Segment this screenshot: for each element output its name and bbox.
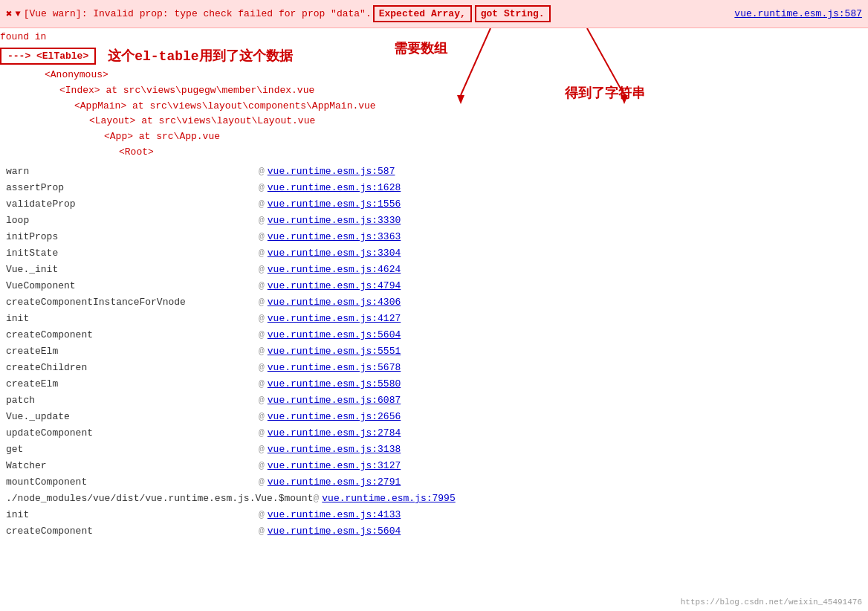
stack-function-name: Vue._update bbox=[6, 411, 259, 422]
need-array-label: 需要数组 bbox=[394, 39, 447, 57]
stack-file-link[interactable]: vue.runtime.esm.js:3304 bbox=[268, 248, 401, 259]
stack-file-link[interactable]: vue.runtime.esm.js:2791 bbox=[268, 476, 401, 488]
stack-at-symbol: @ bbox=[259, 509, 265, 520]
el-table-line: ---> <ElTable> 这个el-table用到了这个数据 需要数组 得到… bbox=[0, 47, 868, 65]
got-string-label: 得到了字符串 bbox=[565, 84, 645, 102]
error-icon: ✖ bbox=[6, 7, 12, 20]
stack-row: validateProp@vue.runtime.esm.js:1556 bbox=[0, 196, 868, 213]
stack-file-link[interactable]: vue.runtime.esm.js:5604 bbox=[268, 329, 401, 340]
stack-at-symbol: @ bbox=[259, 264, 265, 275]
stack-at-symbol: @ bbox=[259, 198, 265, 210]
stack-file-link[interactable]: vue.runtime.esm.js:3330 bbox=[268, 215, 401, 226]
stack-at-symbol: @ bbox=[259, 460, 265, 471]
stack-at-symbol: @ bbox=[259, 231, 265, 242]
stack-at-symbol: @ bbox=[259, 313, 265, 324]
stack-function-name: validateProp bbox=[6, 198, 259, 210]
error-message-text: [Vue warn]: Invalid prop: type check fai… bbox=[24, 8, 372, 19]
stack-row: warn@vue.runtime.esm.js:587 bbox=[0, 164, 868, 180]
stack-function-name: initProps bbox=[6, 231, 259, 242]
stack-at-symbol: @ bbox=[259, 215, 265, 226]
stack-function-name: createComponent bbox=[6, 526, 259, 537]
got-string-badge: got String. bbox=[475, 5, 551, 22]
stack-function-name: warn bbox=[6, 166, 259, 177]
stack-function-name: Vue._init bbox=[6, 264, 259, 275]
stack-file-link[interactable]: vue.runtime.esm.js:3127 bbox=[268, 460, 401, 471]
error-bar: ✖ ▼ [Vue warn]: Invalid prop: type check… bbox=[0, 0, 868, 28]
stack-file-link[interactable]: vue.runtime.esm.js:4306 bbox=[268, 297, 401, 308]
stack-function-name: updateComponent bbox=[6, 427, 259, 439]
stack-at-symbol: @ bbox=[259, 427, 265, 439]
stack-function-name: patch bbox=[6, 395, 259, 406]
el-table-annotation: 这个el-table用到了这个数据 bbox=[108, 47, 292, 65]
stack-row: createComponent@vue.runtime.esm.js:5604 bbox=[0, 327, 868, 343]
stack-file-link[interactable]: vue.runtime.esm.js:1628 bbox=[268, 182, 401, 193]
page-wrapper: ✖ ▼ [Vue warn]: Invalid prop: type check… bbox=[0, 0, 868, 543]
stack-at-symbol: @ bbox=[259, 248, 265, 259]
stack-file-link[interactable]: vue.runtime.esm.js:4127 bbox=[268, 313, 401, 324]
stack-row: Watcher@vue.runtime.esm.js:3127 bbox=[0, 458, 868, 474]
el-table-box: ---> <ElTable> bbox=[0, 48, 96, 65]
expected-array-badge: Expected Array, bbox=[373, 5, 472, 22]
stack-function-name: createElm bbox=[6, 378, 259, 389]
stack-row: initProps@vue.runtime.esm.js:3363 bbox=[0, 229, 868, 245]
file-link-top[interactable]: vue.runtime.esm.js:587 bbox=[734, 8, 862, 19]
top-section: found in ---> <ElTable> 这个el-table用到了这个数… bbox=[0, 28, 868, 161]
stack-row: Vue._update@vue.runtime.esm.js:2656 bbox=[0, 409, 868, 425]
stack-at-symbol: @ bbox=[259, 362, 265, 373]
stack-function-name: createElm bbox=[6, 346, 259, 357]
stack-row: Vue._init@vue.runtime.esm.js:4624 bbox=[0, 262, 868, 278]
tree-item-root: <Root> bbox=[119, 145, 868, 161]
stack-at-symbol: @ bbox=[259, 346, 265, 357]
component-tree: <Anonymous> <Index> at src\views\pugegw\… bbox=[30, 68, 868, 161]
stack-row: init@vue.runtime.esm.js:4133 bbox=[0, 507, 868, 523]
stack-file-link[interactable]: vue.runtime.esm.js:4133 bbox=[268, 509, 401, 520]
stack-function-name: init bbox=[6, 509, 259, 520]
stack-at-symbol: @ bbox=[259, 476, 265, 488]
stack-row: createElm@vue.runtime.esm.js:5551 bbox=[0, 343, 868, 360]
stack-row: VueComponent@vue.runtime.esm.js:4794 bbox=[0, 278, 868, 294]
stack-function-name: get bbox=[6, 444, 259, 455]
stack-file-link[interactable]: vue.runtime.esm.js:4794 bbox=[268, 280, 401, 291]
stack-file-link[interactable]: vue.runtime.esm.js:3363 bbox=[268, 231, 401, 242]
tree-item-app: <App> at src\App.vue bbox=[104, 129, 868, 145]
stack-function-name: mountComponent bbox=[6, 476, 259, 488]
stack-at-symbol: @ bbox=[259, 395, 265, 406]
watermark: https://blog.csdn.net/weixin_45491476 bbox=[681, 598, 862, 607]
stack-at-symbol: @ bbox=[259, 280, 265, 291]
stack-function-name: Watcher bbox=[6, 460, 259, 471]
stack-row: createChildren@vue.runtime.esm.js:5678 bbox=[0, 360, 868, 376]
stack-file-link[interactable]: vue.runtime.esm.js:5604 bbox=[268, 526, 401, 537]
stack-function-name: loop bbox=[6, 215, 259, 226]
stack-file-link[interactable]: vue.runtime.esm.js:2784 bbox=[268, 427, 401, 439]
stack-row: createComponent@vue.runtime.esm.js:5604 bbox=[0, 523, 868, 540]
stack-file-link[interactable]: vue.runtime.esm.js:5580 bbox=[268, 378, 401, 389]
stack-trace: warn@vue.runtime.esm.js:587assertProp@vu… bbox=[0, 161, 868, 543]
stack-row: initState@vue.runtime.esm.js:3304 bbox=[0, 245, 868, 262]
stack-at-symbol: @ bbox=[313, 493, 319, 504]
stack-at-symbol: @ bbox=[259, 329, 265, 340]
stack-function-name: initState bbox=[6, 248, 259, 259]
stack-file-link[interactable]: vue.runtime.esm.js:1556 bbox=[268, 198, 401, 210]
tree-item-appmain: <AppMain> at src\views\layout\components… bbox=[74, 99, 868, 114]
stack-function-name: init bbox=[6, 313, 259, 324]
stack-file-link[interactable]: vue.runtime.esm.js:2656 bbox=[268, 411, 401, 422]
stack-file-link[interactable]: vue.runtime.esm.js:6087 bbox=[268, 395, 401, 406]
stack-row: mountComponent@vue.runtime.esm.js:2791 bbox=[0, 474, 868, 491]
stack-file-link[interactable]: vue.runtime.esm.js:7995 bbox=[322, 493, 455, 504]
stack-file-link[interactable]: vue.runtime.esm.js:5678 bbox=[268, 362, 401, 373]
stack-file-link[interactable]: vue.runtime.esm.js:5551 bbox=[268, 346, 401, 357]
stack-at-symbol: @ bbox=[259, 297, 265, 308]
stack-row: createElm@vue.runtime.esm.js:5580 bbox=[0, 376, 868, 392]
stack-file-link[interactable]: vue.runtime.esm.js:3138 bbox=[268, 444, 401, 455]
stack-file-link[interactable]: vue.runtime.esm.js:4624 bbox=[268, 264, 401, 275]
stack-at-symbol: @ bbox=[259, 378, 265, 389]
stack-at-symbol: @ bbox=[259, 526, 265, 537]
stack-function-name: createChildren bbox=[6, 362, 259, 373]
stack-row: patch@vue.runtime.esm.js:6087 bbox=[0, 392, 868, 409]
stack-function-name: createComponent bbox=[6, 329, 259, 340]
stack-function-name: VueComponent bbox=[6, 280, 259, 291]
stack-function-name: assertProp bbox=[6, 182, 259, 193]
stack-row: createComponentInstanceForVnode@vue.runt… bbox=[0, 294, 868, 311]
triangle-icon: ▼ bbox=[15, 9, 20, 19]
stack-file-link[interactable]: vue.runtime.esm.js:587 bbox=[268, 166, 395, 177]
